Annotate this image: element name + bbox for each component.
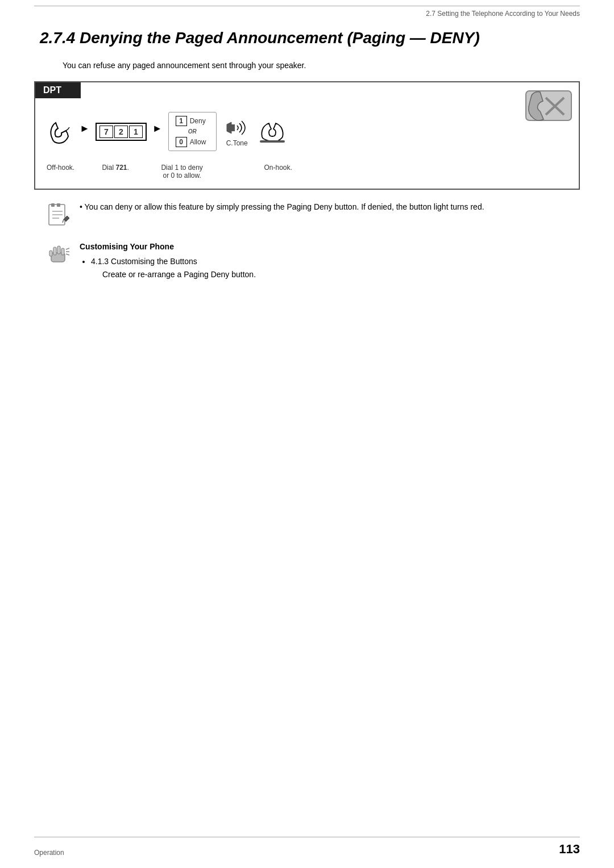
dpt-label: DPT [35, 82, 81, 98]
step-ctone: C.Tone [222, 116, 252, 151]
phone-image-icon [523, 85, 574, 125]
key-2: 2 [114, 126, 128, 138]
note-section: • You can deny or allow this feature by … [34, 201, 580, 229]
svg-rect-13 [53, 247, 56, 255]
svg-rect-6 [51, 203, 55, 207]
step-labels: Off-hook. Dial 721. Dial 1 to deny or 0 … [47, 164, 567, 180]
svg-rect-15 [61, 248, 64, 255]
page-title: 2.7.4 Denying the Paged Announcement (Pa… [34, 29, 580, 47]
label-onhook: On-hook. [263, 164, 293, 172]
customising-section: Customising Your Phone 4.1.3 Customising… [34, 240, 580, 282]
svg-line-17 [66, 248, 69, 249]
offhook-icon [47, 118, 74, 145]
dial-keys-icon: 7 2 1 [96, 123, 147, 141]
key-1: 1 [129, 126, 143, 138]
step-offhook [47, 118, 74, 149]
svg-line-19 [66, 254, 69, 255]
key-7: 7 [99, 126, 113, 138]
step-dial: 7 2 1 [96, 123, 147, 144]
step-deny-allow: 1 Deny OR 0 Allow [168, 112, 217, 155]
customising-list: 4.1.3 Customising the Buttons Create or … [80, 255, 256, 281]
footer-page-number: 113 [559, 842, 580, 857]
allow-option: 0 Allow [176, 137, 206, 147]
label-deny-allow: Dial 1 to deny or 0 to allow. [156, 164, 208, 180]
ctone-icon: C.Tone [222, 116, 252, 147]
section-title: 2.7 Setting the Telephone According to Y… [34, 6, 580, 20]
svg-rect-3 [231, 124, 235, 131]
step-onhook [258, 119, 287, 148]
customising-icon [45, 240, 70, 267]
label-offhook: Off-hook. [47, 164, 74, 172]
footer-label: Operation [34, 849, 64, 857]
svg-rect-16 [49, 251, 52, 256]
deny-option: 1 Deny [176, 116, 206, 126]
intro-text: You can refuse any paged announcement se… [34, 61, 580, 70]
dpt-diagram-box: DPT ► [34, 81, 580, 190]
or-divider: OR [176, 128, 209, 135]
svg-line-11 [63, 219, 64, 223]
customising-content: Customising Your Phone 4.1.3 Customising… [80, 240, 256, 282]
svg-rect-7 [57, 203, 60, 207]
customising-title: Customising Your Phone [80, 240, 256, 253]
page-footer: Operation 113 [34, 837, 580, 857]
svg-rect-14 [57, 246, 60, 254]
note-icon [45, 202, 70, 229]
onhook-icon [258, 119, 287, 145]
label-dial: Dial 721. [95, 164, 136, 172]
arrow-2: ► [152, 123, 163, 135]
deny-allow-box: 1 Deny OR 0 Allow [168, 112, 217, 151]
svg-rect-4 [260, 140, 285, 143]
list-item: 4.1.3 Customising the Buttons Create or … [91, 255, 256, 281]
note-text: • You can deny or allow this feature by … [80, 201, 484, 213]
ctone-label: C.Tone [226, 139, 248, 147]
arrow-1: ► [80, 123, 90, 135]
